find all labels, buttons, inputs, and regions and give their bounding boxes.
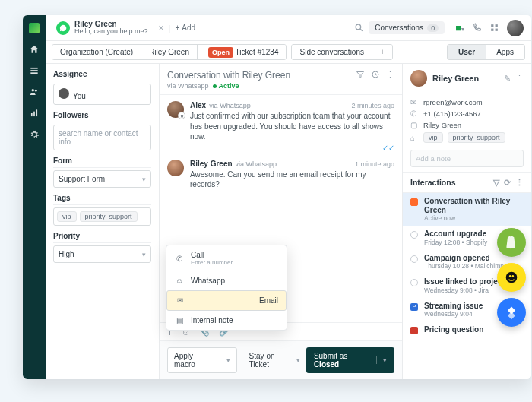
email-icon: ✉ — [410, 98, 419, 106]
settings-icon[interactable] — [29, 129, 40, 140]
conversation-pane: Conversation with Riley Green via Whatsa… — [160, 64, 402, 379]
conversation-status: Active — [219, 82, 239, 90]
priority-label: Priority — [53, 232, 151, 243]
svg-rect-10 — [496, 24, 498, 27]
app-logo-icon — [29, 23, 40, 33]
chat-status-icon[interactable]: ■▾ — [455, 22, 464, 33]
close-tab-icon[interactable]: × — [159, 23, 164, 33]
channel-option-whatsapp[interactable]: ☺Whatsapp — [166, 271, 287, 290]
sidebar-toggle: User Apps — [447, 44, 525, 60]
svg-point-14 — [506, 272, 518, 283]
stay-on-ticket-select[interactable]: Stay on Ticket▾ — [249, 352, 300, 369]
svg-rect-1 — [30, 70, 37, 71]
reports-icon[interactable] — [29, 108, 40, 119]
customer-avatar — [410, 70, 427, 87]
tag-chip[interactable]: priority_support — [80, 211, 138, 222]
customer-panel: Riley Green ✎⋮ ✉rgreen@work.com ✆+1 (415… — [402, 64, 531, 379]
priority-select[interactable]: High▾ — [53, 245, 151, 263]
agent-avatar: ✕ — [167, 101, 184, 118]
chevron-down-icon: ▾ — [142, 176, 146, 183]
search-icon[interactable] — [354, 23, 364, 33]
chevron-down-icon: ▾ — [142, 251, 146, 258]
customer-phone: +1 (415)123-4567 — [423, 109, 481, 118]
profile-avatar[interactable] — [507, 20, 524, 36]
whatsapp-badge-icon: ✕ — [178, 112, 185, 119]
conversation-count: 0 — [427, 24, 439, 32]
phone-icon: ✆ — [410, 109, 419, 118]
chevron-down-icon[interactable]: ▾ — [376, 356, 387, 364]
form-select[interactable]: Support Form▾ — [53, 170, 151, 188]
filter-icon[interactable] — [356, 70, 365, 80]
tag-icon: ⌂ — [410, 134, 419, 142]
filter-icon[interactable]: ▽ — [493, 178, 499, 187]
customer-name: Riley Green — [432, 74, 479, 83]
svg-point-4 — [35, 90, 37, 92]
footer-actions: Apply macro▾ Stay on Ticket▾ Submit as C… — [160, 340, 402, 379]
assignee-label: Assignee — [53, 70, 151, 81]
top-bar: Riley Green Hello, can you help me? × | … — [46, 15, 531, 41]
views-icon[interactable] — [29, 65, 40, 76]
channel-option-call[interactable]: ✆CallEnter a number — [166, 245, 287, 271]
nav-rail — [23, 15, 46, 379]
add-note-input[interactable]: Add a note — [410, 150, 524, 167]
edit-icon[interactable]: ✎ — [504, 74, 511, 84]
refresh-icon[interactable]: ⟳ — [504, 178, 511, 187]
read-receipt-icon: ✓✓ — [190, 144, 394, 152]
building-icon: ▢ — [410, 121, 419, 129]
ticket-badge-icon — [410, 327, 418, 334]
message: ✕ Alexvia Whatsapp2 minutes ago Just con… — [167, 101, 394, 152]
ticket-badge-icon: P — [410, 303, 418, 311]
more-icon[interactable]: ⋮ — [386, 70, 394, 80]
svg-rect-5 — [31, 113, 33, 116]
conversation-title: Conversation with Riley Green — [167, 70, 290, 81]
tab-subtitle: Hello, can you help me? — [74, 28, 148, 36]
integration-jira-icon[interactable] — [497, 298, 526, 327]
workspace-tab[interactable]: Riley Green Hello, can you help me? — [50, 15, 154, 41]
assignee-select[interactable]: You — [53, 84, 151, 105]
followers-label: Followers — [53, 111, 151, 122]
tag-chip: priority_support — [448, 132, 505, 143]
conversations-filter[interactable]: Conversations 0 — [369, 21, 445, 34]
more-icon[interactable]: ⋮ — [515, 74, 524, 84]
tag-chip[interactable]: vip — [57, 211, 77, 222]
tags-label: Tags — [53, 194, 151, 205]
history-icon[interactable] — [371, 70, 380, 80]
whatsapp-icon — [56, 21, 70, 35]
integration-shopify-icon[interactable] — [497, 228, 526, 257]
message: Riley Greenvia Whatsapp1 minute ago Awes… — [167, 160, 394, 190]
customers-icon[interactable] — [29, 87, 40, 97]
svg-point-15 — [509, 275, 511, 277]
customer-email: rgreen@work.com — [423, 98, 483, 106]
toggle-user[interactable]: User — [448, 45, 486, 59]
note-icon: ▤ — [174, 316, 185, 324]
org-tab[interactable]: Organization (Create) — [52, 45, 141, 59]
ticket-fields: Assignee You Followers search name or co… — [46, 64, 160, 379]
integration-mailchimp-icon[interactable] — [497, 263, 526, 292]
channel-menu: ✆CallEnter a number ☺Whatsapp ✉Email ▤In… — [166, 245, 287, 331]
add-side-conversation[interactable]: + — [372, 45, 392, 59]
channel-option-email[interactable]: ✉Email — [166, 290, 287, 311]
home-icon[interactable] — [29, 44, 40, 55]
svg-point-3 — [32, 89, 35, 92]
email-icon: ✉ — [175, 296, 185, 305]
svg-rect-12 — [496, 29, 498, 31]
apply-macro-select[interactable]: Apply macro▾ — [167, 347, 237, 373]
toggle-apps[interactable]: Apps — [486, 45, 524, 59]
apps-grid-icon[interactable] — [489, 23, 499, 33]
more-icon[interactable]: ⋮ — [515, 178, 524, 187]
svg-rect-6 — [33, 112, 35, 116]
channel-option-note[interactable]: ▤Internal note — [166, 311, 287, 330]
svg-rect-11 — [491, 29, 493, 31]
interaction-item[interactable]: Conversation with Riley GreenActive now — [403, 193, 531, 226]
interactions-title: Interactions — [410, 178, 456, 187]
user-tab[interactable]: Riley Green — [141, 45, 198, 59]
phone-icon[interactable] — [472, 23, 482, 33]
customer-avatar — [167, 160, 184, 176]
followers-input[interactable]: search name or contact info — [53, 125, 151, 150]
ticket-tab[interactable]: Open Ticket #1234 — [198, 45, 287, 59]
side-conversations-tab[interactable]: Side conversations — [292, 45, 372, 59]
form-label: Form — [53, 157, 151, 168]
phone-icon: ✆ — [174, 255, 185, 263]
add-tab-button[interactable]: + Add — [175, 24, 195, 32]
submit-button[interactable]: Submit as Closed▾ — [306, 347, 394, 373]
